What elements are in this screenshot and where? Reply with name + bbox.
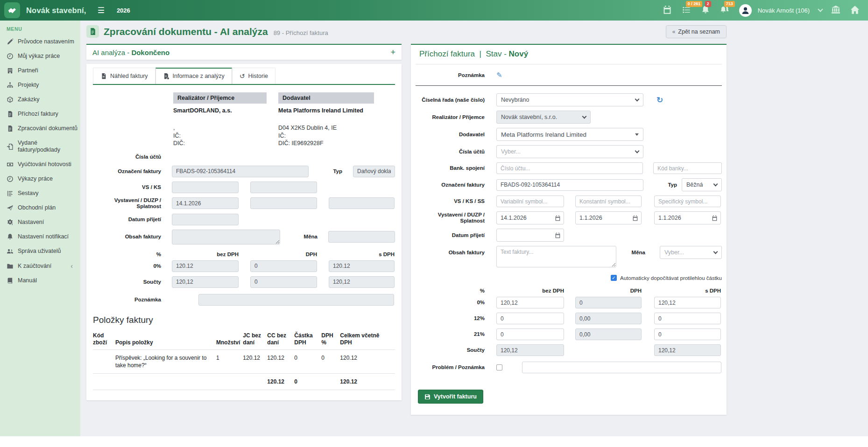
duzp-date-input[interactable] [576,215,629,221]
app-logo[interactable] [4,2,20,18]
main-content: Zpracování dokumentu - AI analýza 89 - P… [80,21,868,436]
number-series-select[interactable]: Nevybráno [496,93,643,106]
calendar-icon[interactable] [551,215,564,221]
sidebar-item-k-zauctovani[interactable]: K zaúčtování‹ [0,258,80,273]
sidebar-item-obchodni-plan[interactable]: Obchodní plán [0,201,80,215]
sidebar-item-vykazy-prace[interactable]: Výkazy práce [0,172,80,186]
recipient-name: SmartDORLAND, a.s. [173,107,267,114]
sums-base-field [172,276,239,288]
sidebar-item-prichozi-faktury[interactable]: Příchozí faktury [0,107,80,121]
variable-symbol-input[interactable] [496,196,564,207]
page-document-icon [86,25,99,38]
gears-icon [7,219,14,226]
active-year[interactable]: 2026 [117,7,130,14]
vat12-base-input[interactable] [496,313,564,324]
vat12-tax-field [575,313,642,324]
person-icon [741,6,750,15]
sidebar-item-nastaveni[interactable]: Nastavení [0,215,80,230]
sidebar-item-sestavy[interactable]: Sestavy [0,186,80,201]
chevron-left-icon[interactable]: ‹ [71,262,73,270]
chevron-down-icon[interactable] [818,7,823,12]
refresh-icon[interactable]: ↻ [656,95,663,105]
vat-row-12: 12% [416,313,722,324]
create-invoice-button[interactable]: Vytvořit fakturu [418,390,483,404]
ks-field [250,182,317,193]
top-bar: Novák stavební, ☰ 2026 0 / 261 2 713 Nov… [0,0,868,21]
dropdown-arrow-icon [635,133,639,136]
sidebar-item-zakazky[interactable]: Zakázky [0,92,80,107]
account-number-input[interactable] [496,162,643,174]
constant-symbol-input[interactable] [575,196,642,207]
sidebar-item-manual[interactable]: Manuál [0,273,80,288]
sidebar-item-zpracovani-dokumentu[interactable]: Zpracování dokumentů [0,121,80,136]
currency-select[interactable]: Vyber... [660,246,722,259]
bank-code-input[interactable] [653,162,722,174]
notifications-icon[interactable]: 713 [720,5,730,15]
due-date-input[interactable] [655,215,708,221]
back-to-list-button[interactable]: « Zpět na seznam [666,25,727,38]
problem-note-label: Problém / Poznámka [416,364,485,370]
received-date-input[interactable] [497,232,551,238]
symbols-label: VS / KS / SS [416,198,485,204]
tab-historie[interactable]: ↺Historie [232,68,275,84]
sidebar-item-vyuctovani-hotovosti[interactable]: Vyúčtování hotovosti [0,157,80,172]
expand-icon[interactable]: + [390,48,395,57]
invoice-text-input[interactable] [496,246,616,267]
supplier-select[interactable]: Meta Platforms Ireland Limited [496,128,643,141]
tab-nahled-faktury[interactable]: Náhled faktury [93,68,155,84]
sidebar-item-nastaveni-notifikaci[interactable]: Nastavení notifikací [0,230,80,244]
back-icon: « [672,28,676,35]
auto-calc-checkbox[interactable]: ✓ [611,275,617,281]
calendar-icon[interactable] [708,215,720,221]
vs-ks-label: VS / KS [93,184,161,190]
sidebar-item-vydane-faktury[interactable]: Vydané faktury/podklady [0,136,80,157]
banknote-icon [7,161,14,168]
sidebar-item-pruvodce-nastavenim[interactable]: Průvodce nastavením [0,35,80,49]
sidebar-item-partneri[interactable]: Partneři [0,63,80,78]
bell-icon[interactable]: 2 [701,5,711,15]
recipient-select[interactable]: Novák stavební, s.r.o. [496,111,591,124]
sidebar-item-muj-vykaz-prace[interactable]: Můj výkaz práce [0,49,80,63]
chevron-down-icon [635,148,640,153]
typ-select[interactable]: Běžná [682,178,722,191]
specific-symbol-input[interactable] [654,196,721,207]
note-field [198,294,394,306]
invoice-no-field [172,166,309,177]
problem-note-input[interactable] [522,362,721,373]
edit-note-icon[interactable]: ✎ [496,71,502,79]
sidebar: MENU Průvodce nastavením Můj výkaz práce… [0,21,80,436]
accounts-select[interactable]: Vyber... [496,145,643,158]
tab-informace-z-analyzy[interactable]: Informace z analýzy [155,68,232,84]
vat12-total-input[interactable] [654,313,721,324]
vat-row-21: 21% [416,328,722,340]
bank-icon[interactable] [831,5,841,15]
vat0-total-input[interactable] [654,297,721,308]
received-date-label: Datum přijetí [416,232,485,238]
hamburger-menu-icon[interactable]: ☰ [98,6,105,15]
invoice-no-input[interactable] [496,179,643,191]
vat21-total-input[interactable] [654,328,721,340]
note-label: Poznámka [93,297,161,303]
calendar-icon[interactable] [629,215,641,221]
issue-date-input[interactable] [497,215,551,221]
document-info-icon [163,73,169,79]
invoice-icon [7,111,14,118]
vat21-base-input[interactable] [496,328,564,340]
issue-date-group [496,211,564,224]
invoice-no-label: Označení faktury [93,168,161,175]
typ-label: Typ [328,168,342,175]
calendar-icon[interactable] [551,232,564,238]
home-icon[interactable] [850,5,861,15]
items-header-row: Kód zboží Popis položky Množství JC bez … [93,331,395,350]
user-name[interactable]: Novák Arnošt (106) [758,7,810,14]
clock-icon [7,175,14,182]
calendar-icon[interactable] [663,5,673,15]
vat0-base-input[interactable] [496,297,564,308]
user-avatar[interactable] [739,4,752,17]
sidebar-item-projekty[interactable]: Projekty [0,78,80,92]
accounts-label: Čísla účtů [416,149,485,155]
problem-checkbox[interactable] [496,364,502,370]
tasks-icon[interactable]: 0 / 261 [682,5,692,15]
sidebar-item-sprava-uzivatelu[interactable]: Správa uživatelů [0,244,80,258]
chevron-down-icon [713,182,718,186]
